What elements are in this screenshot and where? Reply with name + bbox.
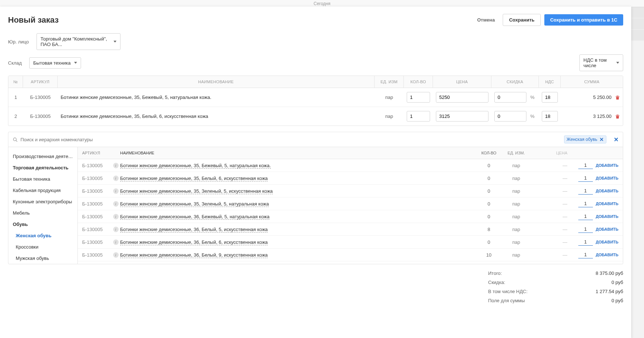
order-modal: Новый заказ Отмена Сохранить Сохранить и… <box>0 7 631 7</box>
background-sidebar <box>631 7 644 7</box>
topbar-date: Сегодня <box>314 1 330 6</box>
app-topbar: Сегодня <box>0 0 644 7</box>
